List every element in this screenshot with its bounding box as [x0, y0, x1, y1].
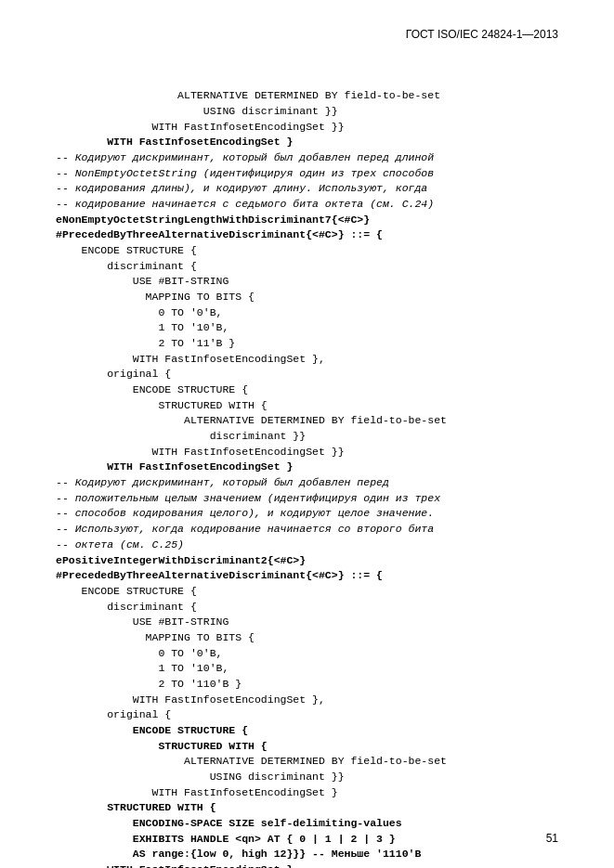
content-line: WITH FastInfosetEncodingSet }: [56, 862, 558, 868]
content-line: ENCODE STRUCTURE {: [56, 723, 558, 739]
content-line: EXHIBITS HANDLE <qn> AT { 0 | 1 | 2 | 3 …: [56, 832, 558, 848]
content-line: MAPPING TO BITS {: [56, 290, 558, 305]
content-line: ALTERNATIVE DETERMINED BY field-to-be-se…: [56, 88, 558, 104]
main-content: ALTERNATIVE DETERMINED BY field-to-be-se…: [56, 58, 558, 868]
content-line: #PrecededByThreeAlternativeDiscriminant{…: [56, 568, 558, 584]
content-line: discriminant {: [56, 259, 558, 275]
content-line: USE #BIT-STRING: [56, 274, 558, 290]
content-line: WITH FastInfosetEncodingSet }}: [56, 445, 558, 460]
content-line: -- кодирование начинается с седьмого бит…: [56, 197, 558, 213]
content-line: 0 TO '0'B,: [56, 646, 558, 662]
content-line: STRUCTURED WITH {: [56, 398, 558, 414]
header: ГОСТ ISO/IEC 24824-1—2013: [56, 28, 558, 41]
content-line: ALTERNATIVE DETERMINED BY field-to-be-se…: [56, 413, 558, 429]
content-line: ENCODE STRUCTURE {: [56, 243, 558, 259]
content-line: STRUCTURED WITH {: [56, 739, 558, 755]
header-text: ГОСТ ISO/IEC 24824-1—2013: [406, 28, 558, 41]
content-line: -- Кодируют дискриминант, который был до…: [56, 150, 558, 166]
content-line: -- Используют, когда кодирование начинае…: [56, 522, 558, 538]
content-line: 1 TO '10'B,: [56, 661, 558, 677]
content-line: original {: [56, 707, 558, 723]
content-line: -- положительным целым значением (иденти…: [56, 491, 558, 507]
content-line: AS range:{low 0, high 12}}} -- Меньше '1…: [56, 847, 558, 862]
content-line: discriminant {: [56, 600, 558, 615]
content-line: ENCODE STRUCTURE {: [56, 382, 558, 398]
content-line: USING discriminant }}: [56, 104, 558, 120]
content-line: #PrecededByThreeAlternativeDiscriminant{…: [56, 227, 558, 243]
content-line: -- кодирования длины), и кодируют длину.…: [56, 181, 558, 197]
content-line: 0 TO '0'B,: [56, 305, 558, 321]
content-line: WITH FastInfosetEncodingSet }: [56, 135, 558, 150]
content-line: ALTERNATIVE DETERMINED BY field-to-be-se…: [56, 754, 558, 770]
content-line: -- способов кодирования целого), и кодир…: [56, 506, 558, 522]
content-line: discriminant }}: [56, 429, 558, 445]
content-line: WITH FastInfosetEncodingSet },: [56, 693, 558, 708]
content-line: 2 TO '11'B }: [56, 336, 558, 352]
content-line: eNonEmptyOctetStringLengthWithDiscrimina…: [56, 213, 558, 228]
content-line: 1 TO '10'B,: [56, 320, 558, 336]
content-line: USE #BIT-STRING: [56, 615, 558, 630]
page: ГОСТ ISO/IEC 24824-1—2013 ALTERNATIVE DE…: [0, 0, 614, 868]
content-line: WITH FastInfosetEncodingSet }: [56, 785, 558, 801]
content-line: ENCODING-SPACE SIZE self-delimiting-valu…: [56, 816, 558, 832]
content-line: STRUCTURED WITH {: [56, 800, 558, 816]
content-line: USING discriminant }}: [56, 770, 558, 785]
content-line: WITH FastInfosetEncodingSet }}: [56, 120, 558, 136]
content-line: -- NonEmptyOctetString (идентифицируя од…: [56, 166, 558, 182]
content-line: 2 TO '110'B }: [56, 677, 558, 693]
content-line: -- октета (см. С.25): [56, 538, 558, 553]
content-line: MAPPING TO BITS {: [56, 630, 558, 646]
content-line: ENCODE STRUCTURE {: [56, 584, 558, 600]
page-number: 51: [546, 832, 558, 845]
content-line: -- Кодируют дискриминант, который был до…: [56, 475, 558, 491]
content-line: ePositiveIntegerWithDiscriminant2{<#C>}: [56, 553, 558, 569]
content-line: WITH FastInfosetEncodingSet }: [56, 460, 558, 475]
content-line: WITH FastInfosetEncodingSet },: [56, 352, 558, 368]
content-line: original {: [56, 367, 558, 382]
